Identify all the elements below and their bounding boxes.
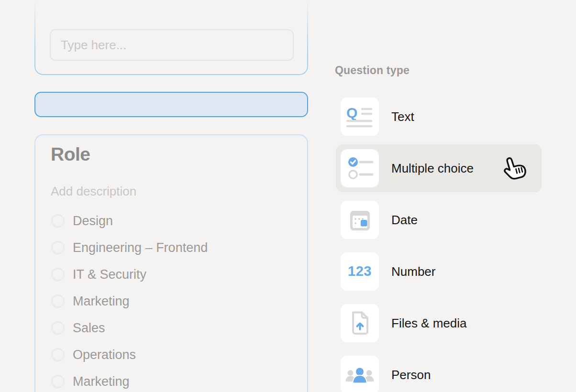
menu-item-date[interactable]: Date: [336, 196, 542, 244]
option-row[interactable]: Sales: [51, 315, 298, 341]
menu-item-label: Date: [391, 213, 418, 228]
question-title[interactable]: Role: [51, 144, 90, 165]
option-row[interactable]: IT & Security: [51, 261, 298, 288]
menu-item-files-media[interactable]: Files & media: [336, 299, 542, 347]
radio-icon[interactable]: [51, 268, 65, 281]
menu-item-multiple-choice[interactable]: Multiple choice: [336, 144, 542, 192]
file-upload-icon: [341, 304, 379, 342]
radio-icon[interactable]: [51, 375, 65, 388]
radio-icon[interactable]: [51, 294, 65, 308]
radio-icon[interactable]: [51, 241, 65, 254]
option-label: Marketing: [73, 294, 130, 309]
new-question-placeholder[interactable]: [34, 92, 308, 117]
radio-icon[interactable]: [51, 321, 65, 335]
menu-item-label: Multiple choice: [391, 161, 474, 176]
option-row[interactable]: Operations: [51, 341, 298, 368]
menu-item-label: Number: [391, 264, 435, 279]
number-123-icon: 123: [341, 252, 379, 291]
option-row[interactable]: Design: [51, 207, 298, 234]
option-row[interactable]: Marketing: [51, 368, 298, 392]
menu-title: Question type: [335, 64, 410, 77]
menu-item-label: Text: [391, 109, 414, 124]
question-card-role[interactable]: Role Add description Design Engineering …: [34, 134, 308, 392]
option-label: Sales: [73, 321, 105, 336]
q-glyph: Q: [346, 105, 357, 120]
123-glyph: 123: [348, 263, 372, 279]
menu-item-number[interactable]: 123 Number: [336, 248, 542, 295]
option-label: IT & Security: [73, 267, 146, 282]
menu-item-text[interactable]: Q Text: [336, 93, 542, 141]
question-description-placeholder[interactable]: Add description: [51, 184, 136, 199]
text-type-icon: Q: [341, 98, 379, 136]
option-label: Design: [73, 214, 113, 229]
option-row[interactable]: Engineering – Frontend: [51, 234, 298, 261]
text-question-card[interactable]: [34, 0, 308, 75]
option-label: Marketing: [73, 374, 130, 389]
option-row[interactable]: Marketing: [51, 288, 298, 315]
text-answer-input[interactable]: [50, 29, 294, 61]
option-label: Operations: [73, 348, 136, 362]
options-list: Design Engineering – Frontend IT & Secur…: [51, 207, 298, 392]
radio-icon[interactable]: [51, 214, 65, 228]
calendar-icon: [341, 201, 379, 239]
menu-item-label: Person: [391, 368, 431, 382]
menu-item-person[interactable]: Person: [336, 351, 542, 392]
multiple-choice-icon: [341, 149, 379, 187]
option-label: Engineering – Frontend: [73, 240, 208, 255]
menu-item-label: Files & media: [391, 316, 467, 331]
people-icon: [341, 356, 379, 392]
radio-icon[interactable]: [51, 348, 65, 361]
